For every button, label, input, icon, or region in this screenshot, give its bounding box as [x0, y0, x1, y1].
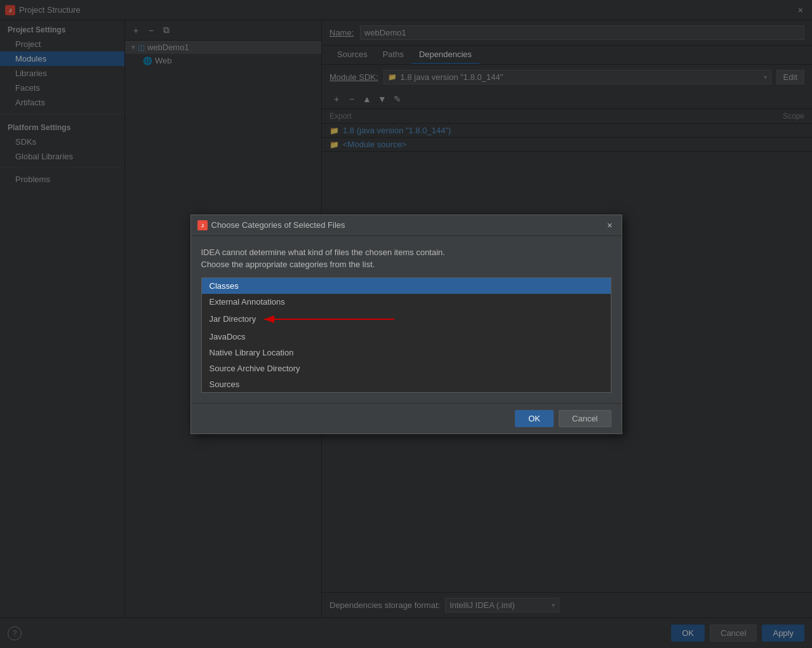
dialog-title: Choose Categories of Selected Files [211, 220, 605, 230]
dialog-overlay: J Choose Categories of Selected Files × … [0, 0, 812, 648]
dialog-categories-list: Classes External Annotations Jar Directo… [201, 277, 611, 393]
category-classes[interactable]: Classes [202, 278, 611, 294]
dialog-ok-button[interactable]: OK [515, 410, 554, 427]
category-source-archive[interactable]: Source Archive Directory [202, 360, 611, 376]
dialog-icon: J [197, 220, 208, 230]
svg-text:J: J [201, 223, 204, 228]
dialog-title-bar: J Choose Categories of Selected Files × [191, 215, 622, 236]
category-external-annotations[interactable]: External Annotations [202, 294, 611, 310]
dialog-close-button[interactable]: × [604, 219, 615, 232]
dialog-message: IDEA cannot determine what kind of files… [201, 246, 611, 271]
category-native-library[interactable]: Native Library Location [202, 345, 611, 360]
category-javadocs[interactable]: JavaDocs [202, 329, 611, 345]
category-jar-directory[interactable]: Jar Directory [202, 310, 611, 329]
dialog-footer: OK Cancel [191, 403, 622, 433]
project-structure-window: J Project Structure × Project Settings P… [0, 0, 812, 648]
jar-directory-arrow [261, 313, 401, 326]
dialog-cancel-button[interactable]: Cancel [559, 410, 611, 427]
dialog-body: IDEA cannot determine what kind of files… [191, 236, 622, 403]
category-sources[interactable]: Sources [202, 376, 611, 392]
choose-categories-dialog: J Choose Categories of Selected Files × … [190, 215, 622, 434]
